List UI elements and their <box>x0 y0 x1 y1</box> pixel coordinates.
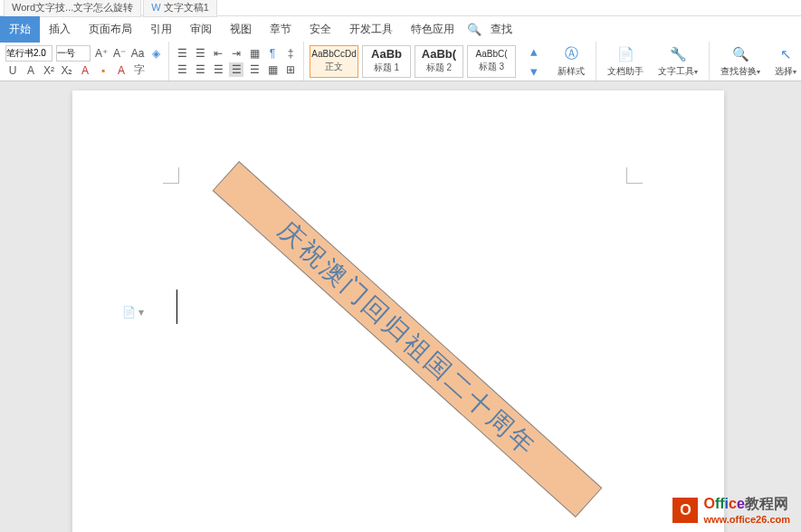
menu-special[interactable]: 特色应用 <box>402 16 463 43</box>
style-heading2[interactable]: AaBb( 标题 2 <box>415 45 463 78</box>
style-label: 标题 3 <box>479 61 504 73</box>
select-label: 选择 <box>775 66 793 76</box>
underline-icon[interactable]: U <box>5 63 20 78</box>
watermark-url: www.office26.com <box>703 514 790 525</box>
superscript-icon[interactable]: X² <box>42 63 56 78</box>
style-label: 标题 2 <box>426 62 452 74</box>
style-label: 正文 <box>325 61 343 73</box>
align-justify-icon[interactable]: ☰ <box>229 62 243 77</box>
menu-insert[interactable]: 插入 <box>40 16 80 43</box>
outdent-icon[interactable]: ⇤ <box>211 46 225 61</box>
watermark: O Office教程网 www.office26.com <box>672 495 790 525</box>
tools-group: 📄 文档助手 🔧 文字工具▾ <box>596 42 710 81</box>
menu-search[interactable]: 查找 <box>482 16 521 43</box>
text-tool-button[interactable]: 🔧 文字工具▾ <box>653 43 703 80</box>
doc-helper-label: 文档助手 <box>607 65 644 78</box>
sort-icon[interactable]: ▦ <box>247 46 262 61</box>
ribbon-toolbar: A⁺ A⁻ Aa ◈ U A X² X₂ A ▪ A 字 ☰ ☰ ⇤ ⇥ ▦ ¶… <box>0 42 801 81</box>
cursor-icon: ↖ <box>777 45 795 63</box>
highlight-icon[interactable]: ▪ <box>96 63 110 78</box>
word-icon: W <box>151 2 160 13</box>
align-left-icon[interactable]: ☰ <box>175 62 189 77</box>
doc-tab-2[interactable]: W文字文稿1 <box>143 0 217 17</box>
style-preview: AaBb <box>371 48 402 60</box>
change-case-icon[interactable]: Aa <box>130 46 145 61</box>
indent-icon[interactable]: ⇥ <box>229 46 243 61</box>
subscript-icon[interactable]: X₂ <box>60 63 74 78</box>
increase-font-icon[interactable]: A⁺ <box>94 46 109 61</box>
align-center-icon[interactable]: ☰ <box>193 62 207 77</box>
new-style-label: 新样式 <box>558 65 585 78</box>
new-style-button[interactable]: Ⓐ 新样式 <box>552 43 590 80</box>
menu-layout[interactable]: 页面布局 <box>80 16 141 43</box>
style-normal[interactable]: AaBbCcDd 正文 <box>310 45 358 78</box>
rotated-textbox[interactable]: 庆祝澳门回归祖国二十周年 <box>213 161 603 518</box>
search-icon[interactable]: 🔍 <box>467 23 482 36</box>
main-menu: 开始 插入 页面布局 引用 审阅 视图 章节 安全 开发工具 特色应用 🔍 查找 <box>0 16 801 42</box>
style-preview: AaBb( <box>422 48 456 60</box>
document-page[interactable]: 📄 ▾ 庆祝澳门回归祖国二十周年 <box>72 90 724 532</box>
number-list-icon[interactable]: ☰ <box>193 46 207 61</box>
font-size-select[interactable] <box>56 45 91 62</box>
margin-corner-tr <box>626 167 643 184</box>
font-color-icon[interactable]: A <box>78 63 92 78</box>
rotated-text-content: 庆祝澳门回归祖国二十周年 <box>271 214 544 464</box>
menu-view[interactable]: 视图 <box>221 16 261 43</box>
clear-format-icon[interactable]: ◈ <box>148 46 163 61</box>
doc-tab-1[interactable]: Word文字技...文字怎么旋转 <box>4 0 141 17</box>
menu-dev[interactable]: 开发工具 <box>340 16 402 43</box>
dropdown-icon: ▾ <box>757 68 760 76</box>
style-nav[interactable]: ▴ ▾ <box>520 41 548 82</box>
menu-security[interactable]: 安全 <box>300 16 340 43</box>
style-label: 标题 1 <box>374 62 399 74</box>
font-family-select[interactable] <box>5 45 52 62</box>
dropdown-icon: ▾ <box>793 68 796 76</box>
find-replace-label: 查找替换 <box>720 66 757 76</box>
document-canvas[interactable]: 📄 ▾ 庆祝澳门回归祖国二十周年 <box>0 81 801 532</box>
style-heading3[interactable]: AaBbC( 标题 3 <box>467 45 516 78</box>
watermark-title: Office教程网 <box>703 495 790 514</box>
find-group: 🔍 查找替换▾ ↖ 选择▾ <box>710 42 801 81</box>
borders-icon[interactable]: ⊞ <box>283 62 298 77</box>
document-tabs: Word文字技...文字怎么旋转 W文字文稿1 <box>0 0 801 16</box>
chevron-up-icon: ▴ <box>525 43 543 61</box>
align-right-icon[interactable]: ☰ <box>211 62 225 77</box>
style-preview: AaBbCcDd <box>311 50 356 59</box>
doc-tab-2-label: 文字文稿1 <box>164 2 209 13</box>
styles-group: AaBbCcDd 正文 AaBb 标题 1 AaBb( 标题 2 AaBbC( … <box>304 42 596 81</box>
text-effect-icon[interactable]: A <box>114 63 129 78</box>
new-style-icon: Ⓐ <box>562 45 580 63</box>
menu-chapter[interactable]: 章节 <box>261 16 300 43</box>
wrench-icon: 🔧 <box>669 45 687 63</box>
font-group: A⁺ A⁻ Aa ◈ U A X² X₂ A ▪ A 字 <box>0 42 169 81</box>
margin-corner-tl <box>163 167 179 184</box>
menu-reference[interactable]: 引用 <box>141 16 181 43</box>
dropdown-icon: ▾ <box>694 68 698 76</box>
find-replace-button[interactable]: 🔍 查找替换▾ <box>715 43 766 80</box>
decrease-font-icon[interactable]: A⁻ <box>112 46 127 61</box>
line-spacing-icon[interactable]: ‡ <box>283 46 298 61</box>
style-heading1[interactable]: AaBb 标题 1 <box>362 45 411 78</box>
doc-helper-icon: 📄 <box>616 45 634 63</box>
shading-icon[interactable]: ▦ <box>265 62 280 77</box>
doc-helper-button[interactable]: 📄 文档助手 <box>602 43 649 80</box>
paragraph-mark-icon: 📄 ▾ <box>122 306 144 318</box>
chevron-down-icon: ▾ <box>525 62 543 81</box>
strikethrough-icon[interactable]: A <box>24 63 38 78</box>
menu-start[interactable]: 开始 <box>0 16 40 43</box>
bullet-list-icon[interactable]: ☰ <box>175 46 189 61</box>
show-marks-icon[interactable]: ¶ <box>265 46 280 61</box>
character-border-icon[interactable]: 字 <box>132 63 147 78</box>
paragraph-group: ☰ ☰ ⇤ ⇥ ▦ ¶ ‡ ☰ ☰ ☰ ☰ ☰ ▦ ⊞ <box>169 42 304 81</box>
text-cursor <box>176 290 177 324</box>
select-button[interactable]: ↖ 选择▾ <box>769 43 801 80</box>
magnifier-icon: 🔍 <box>731 45 749 63</box>
office-logo-icon: O <box>672 498 698 523</box>
style-preview: AaBbC( <box>475 50 507 59</box>
text-tool-label: 文字工具 <box>658 66 694 76</box>
distribute-icon[interactable]: ☰ <box>247 62 262 77</box>
menu-review[interactable]: 审阅 <box>181 16 221 43</box>
